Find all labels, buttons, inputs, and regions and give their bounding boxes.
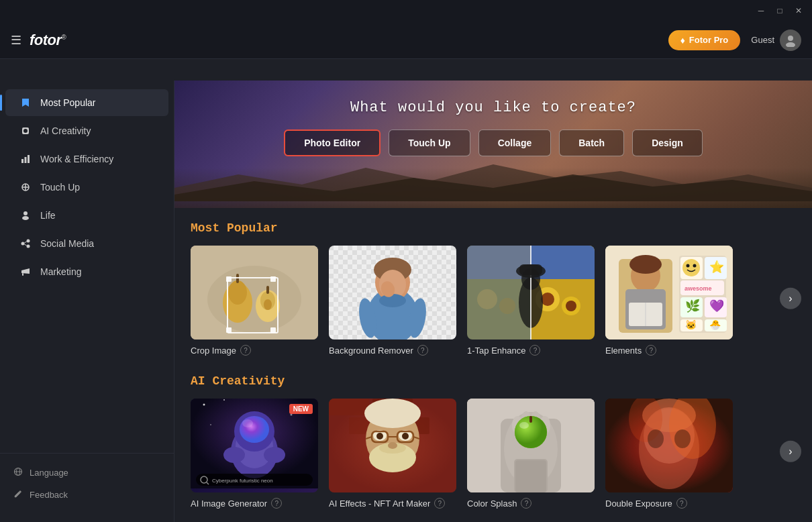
ai-gen-help[interactable]: ? [271,498,282,509]
pro-button-label: Fotor Pro [689,35,729,45]
logo-tm: ® [62,33,66,40]
sidebar-item-most-popular[interactable]: Most Popular [5,89,168,116]
bg-remover-label: Background Remover ? [329,345,456,356]
svg-point-52 [477,289,497,309]
svg-point-10 [23,211,28,215]
hero-btn-collage[interactable]: Collage [478,129,552,156]
sidebar: Most Popular AI Creativity Work & Effici… [0,81,174,522]
card-color-splash[interactable]: Color Splash ? [467,399,595,509]
svg-text:🌿: 🌿 [685,299,701,313]
sidebar-feedback[interactable]: Feedback [0,484,174,506]
ai-creativity-next-arrow[interactable]: › [780,441,801,462]
svg-text:🐣: 🐣 [709,319,721,331]
sidebar-item-social-media[interactable]: Social Media [5,230,168,257]
sidebar-item-life[interactable]: Life [5,202,168,229]
bookmark-icon [19,96,32,109]
user-name: Guest [751,35,774,45]
crop-image-thumbnail [191,246,318,340]
svg-point-22 [207,266,301,333]
hero-btn-batch[interactable]: Batch [559,129,624,156]
sidebar-item-label: Work & Efficiency [40,154,113,164]
svg-point-0 [788,36,793,41]
svg-point-12 [21,242,25,246]
hero-btn-photo-editor[interactable]: Photo Editor [284,129,380,156]
hero-btn-design[interactable]: Design [632,129,703,156]
card-ai-image-generator[interactable]: NEW [191,399,318,509]
card-elements[interactable]: awesome ⭐ 🌿 💜 🐱 [605,246,733,356]
fotor-pro-button[interactable]: ♦ Fotor Pro [668,30,741,50]
svg-text:awesome: awesome [684,285,712,292]
svg-point-92 [240,416,269,443]
globe-icon [13,467,23,478]
svg-point-44 [379,294,406,307]
bg-remover-help[interactable]: ? [417,345,428,356]
hamburger-icon[interactable]: ☰ [11,33,21,48]
sidebar-item-marketing[interactable]: Marketing [5,258,168,285]
bg-remover-thumbnail [329,246,456,340]
svg-text:Cyberpunk futuristic neon: Cyberpunk futuristic neon [212,478,273,484]
sidebar-item-ai-creativity[interactable]: AI Creativity [5,117,168,144]
double-exposure-help[interactable]: ? [676,498,687,509]
elements-help[interactable]: ? [646,345,656,356]
color-splash-label: Color Splash ? [467,498,595,509]
color-splash-help[interactable]: ? [521,498,531,509]
sidebar-item-label: Touch Up [40,182,80,193]
ai-icon [19,124,32,138]
nft-label: AI Effects - NFT Art Maker ? [329,498,456,509]
enhance-label: 1-Tap Enhance ? [467,345,595,356]
enhance-help[interactable]: ? [529,345,540,356]
logo-text: fotor [30,32,62,48]
most-popular-cards: Crop Image ? [191,246,796,356]
close-button[interactable]: ✕ [791,4,807,17]
svg-point-24 [228,280,247,305]
card-double-exposure[interactable]: Double Exposure ? [605,399,733,509]
svg-point-93 [242,419,253,427]
svg-text:💜: 💜 [709,299,725,313]
card-ai-effects-nft[interactable]: AI Effects - NFT Art Maker ? [329,399,456,509]
sidebar-item-label: Social Media [40,238,94,249]
sidebar-item-touch-up[interactable]: Touch Up [5,174,168,201]
svg-line-15 [24,242,26,243]
card-bg-remover[interactable]: Background Remover ? [329,246,456,356]
ai-creativity-cards: NEW [191,399,796,509]
user-area[interactable]: Guest [751,30,801,51]
svg-point-13 [27,240,30,243]
svg-rect-5 [25,157,27,163]
person-icon [19,209,32,222]
svg-point-112 [364,399,421,428]
elements-thumbnail: awesome ⭐ 🌿 💜 🐱 [605,246,733,340]
svg-point-53 [499,298,515,314]
minimize-button[interactable]: ─ [753,4,769,17]
hero-title: What would you like to create? [350,99,636,116]
sidebar-item-label: Marketing [40,266,81,277]
most-popular-next-arrow[interactable]: › [780,288,801,309]
ai-gen-thumbnail: NEW [191,399,318,492]
svg-rect-135 [529,416,532,423]
svg-point-118 [402,433,409,439]
pencil-icon [13,489,23,501]
new-badge: NEW [289,404,313,414]
svg-point-124 [388,442,397,449]
feedback-label: Feedback [30,490,68,500]
nft-help[interactable]: ? [434,498,445,509]
svg-point-96 [203,404,205,406]
svg-rect-62 [519,264,542,275]
crop-image-help[interactable]: ? [240,345,251,356]
svg-point-95 [264,447,285,463]
svg-rect-6 [28,155,30,163]
card-crop-image[interactable]: Crop Image ? [191,246,318,356]
svg-rect-138 [515,460,546,492]
hero-banner: What would you like to create? Photo Edi… [174,81,812,208]
sidebar-item-label: Most Popular [40,97,95,108]
hero-btn-touch-up[interactable]: Touch Up [389,129,470,156]
sidebar-language[interactable]: Language [0,462,174,484]
svg-rect-4 [21,159,23,163]
svg-rect-29 [266,286,269,294]
svg-text:🐱: 🐱 [685,319,697,331]
title-bar: ─ □ ✕ [0,0,812,21]
card-one-tap-enhance[interactable]: 1-Tap Enhance ? [467,246,595,356]
hero-buttons: Photo Editor Touch Up Collage Batch Desi… [284,129,703,156]
language-label: Language [30,468,68,478]
maximize-button[interactable]: □ [772,4,788,17]
sidebar-item-work-efficiency[interactable]: Work & Efficiency [5,146,168,172]
